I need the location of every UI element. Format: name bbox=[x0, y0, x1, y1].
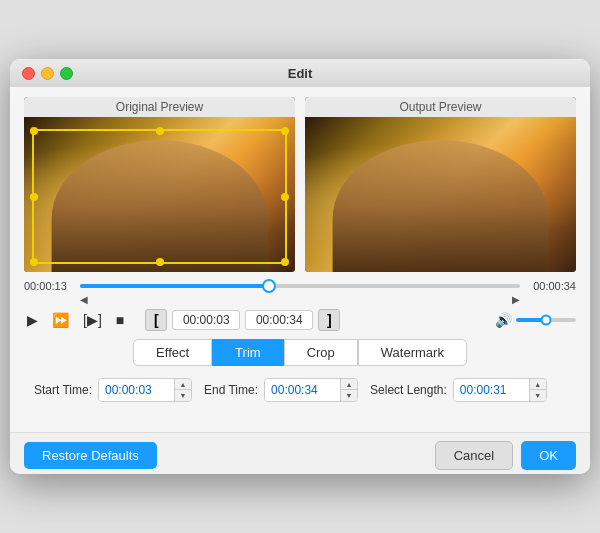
maximize-button[interactable] bbox=[60, 67, 73, 80]
trim-end-arrow[interactable]: ▶ bbox=[512, 294, 520, 305]
controls-row: ▶ ⏩ [▶] ■ [ 00:00:03 00:00:34 ] 🔊 bbox=[24, 309, 576, 331]
main-content: Original Preview bbox=[10, 87, 590, 432]
ok-button[interactable]: OK bbox=[521, 441, 576, 470]
crop-handle-tl[interactable] bbox=[30, 127, 38, 135]
start-time-decrement[interactable]: ▼ bbox=[175, 390, 191, 401]
footer-right-buttons: Cancel OK bbox=[435, 441, 576, 470]
start-time-increment[interactable]: ▲ bbox=[175, 379, 191, 390]
timeline-end-label: 00:00:34 bbox=[526, 280, 576, 292]
fields-row: Start Time: ▲ ▼ End Time: ▲ ▼ bbox=[24, 378, 576, 402]
trim-end-display: 00:00:34 bbox=[245, 310, 313, 330]
play-button[interactable]: ▶ bbox=[24, 310, 41, 330]
end-time-input-wrap: ▲ ▼ bbox=[264, 378, 358, 402]
timeline-row: 00:00:13 00:00:34 bbox=[24, 280, 576, 292]
crop-handle-tc[interactable] bbox=[156, 127, 164, 135]
footer-row: Restore Defaults Cancel OK bbox=[10, 432, 590, 474]
trim-bracket-end-button[interactable]: ] bbox=[318, 309, 340, 331]
end-time-decrement[interactable]: ▼ bbox=[341, 390, 357, 401]
length-stepper: ▲ ▼ bbox=[529, 379, 546, 401]
volume-icon: 🔊 bbox=[495, 312, 512, 328]
tab-watermark[interactable]: Watermark bbox=[358, 339, 467, 366]
window-title: Edit bbox=[288, 66, 313, 81]
crop-handle-ml[interactable] bbox=[30, 193, 38, 201]
restore-defaults-button[interactable]: Restore Defaults bbox=[24, 442, 157, 469]
scrubber-track[interactable] bbox=[80, 284, 520, 288]
cancel-button[interactable]: Cancel bbox=[435, 441, 513, 470]
volume-thumb[interactable] bbox=[541, 315, 552, 326]
length-decrement[interactable]: ▼ bbox=[530, 390, 546, 401]
fast-forward-button[interactable]: ⏩ bbox=[49, 310, 72, 330]
start-time-group: Start Time: ▲ ▼ bbox=[34, 378, 192, 402]
tab-effect[interactable]: Effect bbox=[133, 339, 212, 366]
tab-crop[interactable]: Crop bbox=[284, 339, 358, 366]
scrubber-fill bbox=[80, 284, 269, 288]
end-time-stepper: ▲ ▼ bbox=[340, 379, 357, 401]
preview-row: Original Preview bbox=[24, 97, 576, 272]
minimize-button[interactable] bbox=[41, 67, 54, 80]
crop-handle-mr[interactable] bbox=[281, 193, 289, 201]
length-label: Select Length: bbox=[370, 383, 447, 397]
output-preview-label: Output Preview bbox=[305, 97, 576, 117]
length-input-wrap: ▲ ▼ bbox=[453, 378, 547, 402]
original-preview-image bbox=[24, 117, 295, 272]
volume-row: 🔊 bbox=[495, 312, 576, 328]
start-time-stepper: ▲ ▼ bbox=[174, 379, 191, 401]
end-time-group: End Time: ▲ ▼ bbox=[204, 378, 358, 402]
trim-arrows-row: ◀ ▶ bbox=[24, 294, 576, 305]
timeline-start-label: 00:00:13 bbox=[24, 280, 74, 292]
edit-window: Edit Original Preview bbox=[10, 59, 590, 474]
trim-start-arrow[interactable]: ◀ bbox=[80, 294, 88, 305]
trim-start-display: 00:00:03 bbox=[172, 310, 240, 330]
output-preview-image bbox=[305, 117, 576, 272]
volume-slider[interactable] bbox=[516, 318, 576, 322]
start-time-input-wrap: ▲ ▼ bbox=[98, 378, 192, 402]
stop-button[interactable]: ■ bbox=[113, 310, 127, 330]
original-image-content bbox=[51, 140, 268, 272]
close-button[interactable] bbox=[22, 67, 35, 80]
start-time-label: Start Time: bbox=[34, 383, 92, 397]
length-group: Select Length: ▲ ▼ bbox=[370, 378, 547, 402]
title-bar: Edit bbox=[10, 59, 590, 87]
crop-handle-br[interactable] bbox=[281, 258, 289, 266]
output-preview-panel: Output Preview bbox=[305, 97, 576, 272]
end-time-increment[interactable]: ▲ bbox=[341, 379, 357, 390]
crop-handle-bl[interactable] bbox=[30, 258, 38, 266]
start-time-input[interactable] bbox=[99, 379, 174, 401]
original-preview-panel: Original Preview bbox=[24, 97, 295, 272]
trim-section: [ 00:00:03 00:00:34 ] bbox=[145, 309, 487, 331]
traffic-lights bbox=[22, 67, 73, 80]
end-time-label: End Time: bbox=[204, 383, 258, 397]
scrubber-thumb[interactable] bbox=[262, 279, 276, 293]
trim-bracket-start-button[interactable]: [ bbox=[145, 309, 167, 331]
original-preview-label: Original Preview bbox=[24, 97, 295, 117]
frame-step-button[interactable]: [▶] bbox=[80, 310, 105, 330]
length-increment[interactable]: ▲ bbox=[530, 379, 546, 390]
tab-row: Effect Trim Crop Watermark bbox=[24, 339, 576, 366]
length-input[interactable] bbox=[454, 379, 529, 401]
tab-trim[interactable]: Trim bbox=[212, 339, 284, 366]
end-time-input[interactable] bbox=[265, 379, 340, 401]
crop-handle-tr[interactable] bbox=[281, 127, 289, 135]
output-image-content bbox=[332, 140, 549, 272]
